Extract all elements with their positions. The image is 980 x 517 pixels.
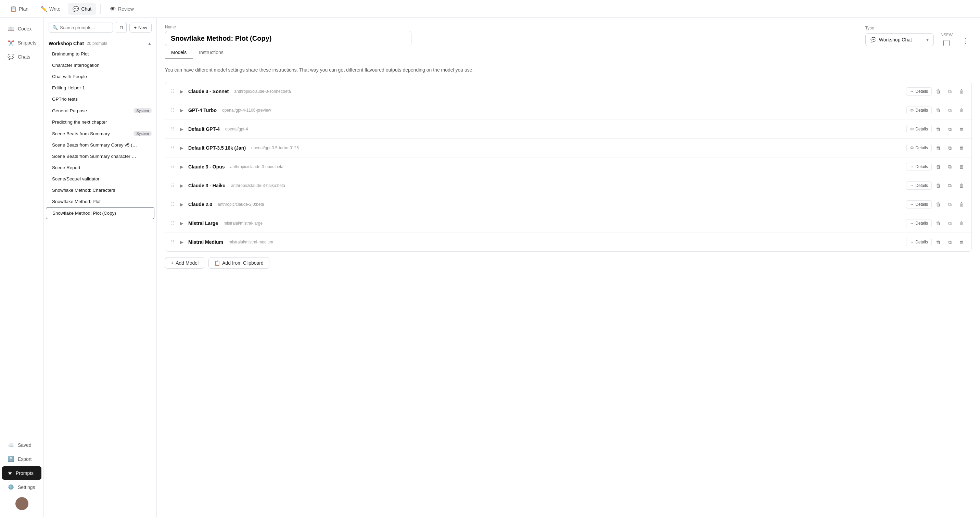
details-button[interactable]: ↔ Details — [906, 181, 932, 190]
copy-button[interactable]: ⧉ — [945, 162, 955, 172]
delete-button[interactable]: 🗑 — [933, 143, 943, 153]
copy-button[interactable]: ⧉ — [945, 105, 955, 115]
drag-handle[interactable]: ⠿ — [170, 163, 175, 170]
sidebar-item-export[interactable]: ⬆️ Export — [2, 452, 41, 466]
trash-button[interactable]: 🗑 — [956, 199, 967, 210]
details-button[interactable]: ↔ Details — [906, 87, 932, 95]
trash-button[interactable]: 🗑 — [956, 143, 967, 153]
list-item-selected[interactable]: Snowflake Method: Plot (Copy) — [46, 207, 154, 219]
drag-handle[interactable]: ⠿ — [170, 239, 175, 245]
list-item[interactable]: Scene Beats from Summary character … — [44, 151, 156, 162]
trash-button[interactable]: 🗑 — [956, 162, 967, 172]
nsfw-checkbox[interactable] — [943, 40, 950, 46]
filter-button[interactable]: ⊓ — [116, 22, 127, 33]
sidebar-item-codex[interactable]: 📖 Codex — [2, 22, 41, 35]
details-button[interactable]: ⚙ Details — [907, 144, 932, 152]
list-item[interactable]: Scene Beats from Summary Corey v5 (… — [44, 139, 156, 151]
add-model-button[interactable]: + Add Model — [165, 257, 204, 269]
sidebar-item-prompts[interactable]: ★ Prompts — [2, 466, 41, 480]
list-item[interactable]: Chat with People — [44, 71, 156, 82]
tab-instructions[interactable]: Instructions — [193, 46, 230, 59]
share-icon: ↔ — [910, 164, 914, 169]
expand-button[interactable]: ▶ — [178, 145, 185, 151]
expand-button[interactable]: ▶ — [178, 107, 185, 114]
copy-button[interactable]: ⧉ — [945, 143, 955, 153]
settings-icon: ⚙ — [910, 127, 914, 132]
trash-button[interactable]: 🗑 — [956, 105, 967, 115]
avatar[interactable] — [15, 497, 29, 510]
delete-button[interactable]: 🗑 — [933, 105, 943, 115]
sidebar-item-snippets[interactable]: ✂️ Snippets — [2, 36, 41, 49]
list-item[interactable]: General Purpose System — [44, 105, 156, 116]
more-options-button[interactable]: ⋮ — [959, 35, 972, 46]
trash-button[interactable]: 🗑 — [956, 180, 967, 191]
drag-handle[interactable]: ⠿ — [170, 126, 175, 132]
add-clipboard-button[interactable]: 📋 Add from Clipboard — [208, 257, 269, 269]
tab-review[interactable]: 👁️ Review — [105, 3, 138, 15]
details-button[interactable]: ↔ Details — [906, 200, 932, 208]
list-item[interactable]: Scene/Sequel validator — [44, 173, 156, 185]
copy-button[interactable]: ⧉ — [945, 199, 955, 210]
copy-button[interactable]: ⧉ — [945, 237, 955, 247]
expand-button[interactable]: ▶ — [178, 201, 185, 208]
details-button[interactable]: ↔ Details — [906, 238, 932, 246]
search-input[interactable] — [60, 25, 109, 30]
tab-models[interactable]: Models — [165, 46, 193, 59]
delete-button[interactable]: 🗑 — [933, 180, 943, 191]
delete-button[interactable]: 🗑 — [933, 86, 943, 97]
title-input[interactable] — [165, 31, 412, 46]
copy-button[interactable]: ⧉ — [945, 124, 955, 134]
new-prompt-button[interactable]: + New — [129, 22, 152, 33]
drag-handle[interactable]: ⠿ — [170, 107, 175, 114]
list-item[interactable]: Snowflake Method: Characters — [44, 185, 156, 196]
list-item[interactable]: Scene Beats from Summary System — [44, 128, 156, 139]
trash-button[interactable]: 🗑 — [956, 86, 967, 97]
trash-button[interactable]: 🗑 — [956, 124, 967, 134]
expand-button[interactable]: ▶ — [178, 126, 185, 132]
share-icon: ↔ — [910, 202, 914, 207]
list-item[interactable]: Scene Report — [44, 162, 156, 173]
prompts-list: Workshop Chat 20 prompts ▲ Braindump to … — [44, 37, 156, 517]
models-list: ⠿ ▶ Claude 3 - Sonnet anthropic/claude-3… — [165, 82, 972, 252]
expand-button[interactable]: ▶ — [178, 239, 185, 245]
chats-icon: 💬 — [8, 53, 14, 60]
delete-button[interactable]: 🗑 — [933, 199, 943, 210]
delete-button[interactable]: 🗑 — [933, 237, 943, 247]
sidebar-item-settings[interactable]: ⚙️ Settings — [2, 480, 41, 494]
drag-handle[interactable]: ⠿ — [170, 220, 175, 227]
delete-button[interactable]: 🗑 — [933, 162, 943, 172]
expand-button[interactable]: ▶ — [178, 220, 185, 227]
tab-plan[interactable]: 📋 Plan — [5, 3, 33, 15]
trash-button[interactable]: 🗑 — [956, 237, 967, 247]
tab-write[interactable]: ✏️ Write — [36, 3, 65, 15]
list-item[interactable]: Predicting the next chapter — [44, 116, 156, 128]
copy-button[interactable]: ⧉ — [945, 86, 955, 97]
drag-handle[interactable]: ⠿ — [170, 201, 175, 208]
delete-button[interactable]: 🗑 — [933, 124, 943, 134]
type-dropdown[interactable]: 💬 Workshop Chat ▾ — [865, 33, 934, 46]
list-item[interactable]: Braindump to Plot — [44, 48, 156, 60]
expand-button[interactable]: ▶ — [178, 88, 185, 95]
details-button[interactable]: ⚙ Details — [907, 125, 932, 133]
list-item[interactable]: Snowflake Method: Plot — [44, 196, 156, 207]
list-item[interactable]: Character Interrogation — [44, 60, 156, 71]
drag-handle[interactable]: ⠿ — [170, 88, 175, 95]
sidebar-item-saved[interactable]: ☁️ Saved — [2, 438, 41, 452]
group-header[interactable]: Workshop Chat 20 prompts ▲ — [44, 37, 156, 48]
list-item[interactable]: GPT4o tests — [44, 94, 156, 105]
drag-handle[interactable]: ⠿ — [170, 182, 175, 189]
copy-button[interactable]: ⧉ — [945, 218, 955, 228]
tab-chat[interactable]: 💬 Chat — [68, 3, 96, 15]
expand-button[interactable]: ▶ — [178, 182, 185, 189]
list-item[interactable]: Editing Helper 1 — [44, 82, 156, 94]
sidebar-item-chats[interactable]: 💬 Chats — [2, 50, 41, 63]
copy-button[interactable]: ⧉ — [945, 180, 955, 191]
drag-handle[interactable]: ⠿ — [170, 145, 175, 151]
details-button[interactable]: ↔ Details — [906, 219, 932, 227]
trash-button[interactable]: 🗑 — [956, 218, 967, 228]
delete-button[interactable]: 🗑 — [933, 218, 943, 228]
details-button[interactable]: ↔ Details — [906, 163, 932, 171]
expand-button[interactable]: ▶ — [178, 163, 185, 170]
details-button[interactable]: ⚙ Details — [907, 106, 932, 115]
search-bar: 🔍 ⊓ + New — [44, 18, 156, 37]
